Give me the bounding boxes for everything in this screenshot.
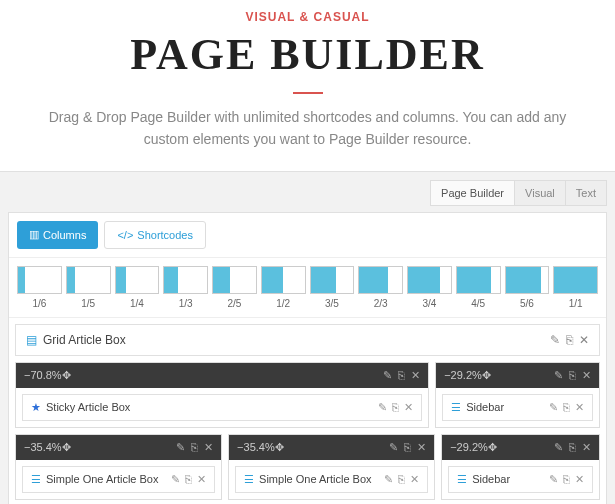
builder-area: ▥ Columns </> Shortcodes 1/6 1/5 1/4 1/3… xyxy=(8,212,607,504)
copy-icon[interactable]: ⎘ xyxy=(563,473,570,486)
row-col-70: − 70.8% ✥ ✎ ⎘ ✕ ★ Sticky Article Box xyxy=(15,362,429,428)
copy-icon[interactable]: ⎘ xyxy=(191,441,198,454)
close-icon[interactable]: ✕ xyxy=(575,473,584,486)
kicker-text: VISUAL & CASUAL xyxy=(20,10,595,24)
tab-visual[interactable]: Visual xyxy=(514,180,566,206)
move-icon[interactable]: ✥ xyxy=(482,369,491,382)
rows-area: ▤ Grid Article Box ✎ ⎘ ✕ − 70.8% ✥ xyxy=(9,318,606,504)
move-icon[interactable]: ✥ xyxy=(275,441,284,454)
move-icon[interactable]: ✥ xyxy=(62,369,71,382)
col-5-6[interactable]: 5/6 xyxy=(505,266,550,309)
simple-article-widget[interactable]: ☰ Simple One Article Box ✎ ⎘ ✕ xyxy=(22,466,215,493)
edit-icon[interactable]: ✎ xyxy=(554,441,563,454)
list-icon: ☰ xyxy=(451,401,461,414)
copy-icon[interactable]: ⎘ xyxy=(566,333,573,347)
widget-label: Grid Article Box xyxy=(43,333,126,347)
close-icon[interactable]: ✕ xyxy=(404,401,413,414)
row-group-1: − 70.8% ✥ ✎ ⎘ ✕ ★ Sticky Article Box xyxy=(15,362,600,428)
sidebar-widget[interactable]: ☰ Sidebar ✎ ⎘ ✕ xyxy=(448,466,593,493)
col-2-5[interactable]: 2/5 xyxy=(212,266,257,309)
widget-label: Sidebar xyxy=(472,473,510,485)
close-icon[interactable]: ✕ xyxy=(579,333,589,347)
widget-label: Sidebar xyxy=(466,401,504,413)
columns-button[interactable]: ▥ Columns xyxy=(17,221,98,249)
col-3-5[interactable]: 3/5 xyxy=(310,266,355,309)
simple-article-widget[interactable]: ☰ Simple One Article Box ✎ ⎘ ✕ xyxy=(235,466,428,493)
edit-icon[interactable]: ✎ xyxy=(176,441,185,454)
edit-icon[interactable]: ✎ xyxy=(550,333,560,347)
close-icon[interactable]: ✕ xyxy=(204,441,213,454)
copy-icon[interactable]: ⎘ xyxy=(569,369,576,382)
col-1-4[interactable]: 1/4 xyxy=(115,266,160,309)
edit-icon[interactable]: ✎ xyxy=(378,401,387,414)
subtitle-text: Drag & Drop Page Builder with unlimited … xyxy=(28,106,588,151)
code-icon: </> xyxy=(117,229,133,241)
row-col-29: − 29.2% ✥ ✎ ⎘ ✕ ☰ Sidebar xyxy=(435,362,600,428)
row-header[interactable]: − 35.4% ✥ ✎ ⎘ ✕ xyxy=(229,435,434,460)
row-header[interactable]: − 29.2% ✥ ✎ ⎘ ✕ xyxy=(442,435,599,460)
shortcodes-label: Shortcodes xyxy=(137,229,193,241)
copy-icon[interactable]: ⎘ xyxy=(563,401,570,414)
col-1-3[interactable]: 1/3 xyxy=(163,266,208,309)
close-icon[interactable]: ✕ xyxy=(582,441,591,454)
close-icon[interactable]: ✕ xyxy=(582,369,591,382)
columns-icon: ▥ xyxy=(29,228,39,241)
widget-label: Simple One Article Box xyxy=(259,473,372,485)
grid-article-widget[interactable]: ▤ Grid Article Box ✎ ⎘ ✕ xyxy=(16,325,599,355)
close-icon[interactable]: ✕ xyxy=(410,473,419,486)
copy-icon[interactable]: ⎘ xyxy=(392,401,399,414)
row-header[interactable]: − 35.4% ✥ ✎ ⎘ ✕ xyxy=(16,435,221,460)
row-col-35b: − 35.4% ✥ ✎ ⎘ ✕ ☰ Simple One Article Box xyxy=(228,434,435,500)
close-icon[interactable]: ✕ xyxy=(197,473,206,486)
row-width-label: 70.8% xyxy=(30,369,61,381)
sticky-article-widget[interactable]: ★ Sticky Article Box ✎ ⎘ ✕ xyxy=(22,394,422,421)
close-icon[interactable]: ✕ xyxy=(575,401,584,414)
edit-icon[interactable]: ✎ xyxy=(389,441,398,454)
row-width-label: 29.2% xyxy=(457,441,488,453)
col-3-4[interactable]: 3/4 xyxy=(407,266,452,309)
col-1-5[interactable]: 1/5 xyxy=(66,266,111,309)
edit-icon[interactable]: ✎ xyxy=(383,369,392,382)
columns-label: Columns xyxy=(43,229,86,241)
widget-row: ▤ Grid Article Box ✎ ⎘ ✕ xyxy=(15,324,600,356)
copy-icon[interactable]: ⎘ xyxy=(185,473,192,486)
title-divider xyxy=(293,92,323,94)
close-icon[interactable]: ✕ xyxy=(411,369,420,382)
edit-icon[interactable]: ✎ xyxy=(549,401,558,414)
col-4-5[interactable]: 4/5 xyxy=(456,266,501,309)
close-icon[interactable]: ✕ xyxy=(417,441,426,454)
column-options: 1/6 1/5 1/4 1/3 2/5 1/2 3/5 2/3 3/4 4/5 … xyxy=(9,258,606,318)
star-icon: ★ xyxy=(31,401,41,414)
list-icon: ☰ xyxy=(244,473,254,486)
col-1-2[interactable]: 1/2 xyxy=(261,266,306,309)
copy-icon[interactable]: ⎘ xyxy=(398,473,405,486)
col-2-3[interactable]: 2/3 xyxy=(358,266,403,309)
editor-tabs: Page Builder Visual Text xyxy=(8,180,607,206)
move-icon[interactable]: ✥ xyxy=(488,441,497,454)
row-width-label: 29.2% xyxy=(451,369,482,381)
sidebar-widget[interactable]: ☰ Sidebar ✎ ⎘ ✕ xyxy=(442,394,593,421)
row-header[interactable]: − 70.8% ✥ ✎ ⎘ ✕ xyxy=(16,363,428,388)
col-1-6[interactable]: 1/6 xyxy=(17,266,62,309)
list-icon: ☰ xyxy=(457,473,467,486)
tab-text[interactable]: Text xyxy=(565,180,607,206)
list-icon: ☰ xyxy=(31,473,41,486)
row-header[interactable]: − 29.2% ✥ ✎ ⎘ ✕ xyxy=(436,363,599,388)
copy-icon[interactable]: ⎘ xyxy=(404,441,411,454)
row-group-2: − 35.4% ✥ ✎ ⎘ ✕ ☰ Simple One Article Box xyxy=(15,434,600,500)
widget-label: Sticky Article Box xyxy=(46,401,130,413)
edit-icon[interactable]: ✎ xyxy=(549,473,558,486)
copy-icon[interactable]: ⎘ xyxy=(398,369,405,382)
builder-toolbar: ▥ Columns </> Shortcodes xyxy=(9,213,606,258)
row-width-label: 35.4% xyxy=(244,441,275,453)
move-icon[interactable]: ✥ xyxy=(62,441,71,454)
edit-icon[interactable]: ✎ xyxy=(554,369,563,382)
tab-page-builder[interactable]: Page Builder xyxy=(430,180,515,206)
copy-icon[interactable]: ⎘ xyxy=(569,441,576,454)
row-col-35a: − 35.4% ✥ ✎ ⎘ ✕ ☰ Simple One Article Box xyxy=(15,434,222,500)
edit-icon[interactable]: ✎ xyxy=(384,473,393,486)
page-title: PAGE BUILDER xyxy=(20,29,595,80)
shortcodes-button[interactable]: </> Shortcodes xyxy=(104,221,206,249)
col-1-1[interactable]: 1/1 xyxy=(553,266,598,309)
edit-icon[interactable]: ✎ xyxy=(171,473,180,486)
